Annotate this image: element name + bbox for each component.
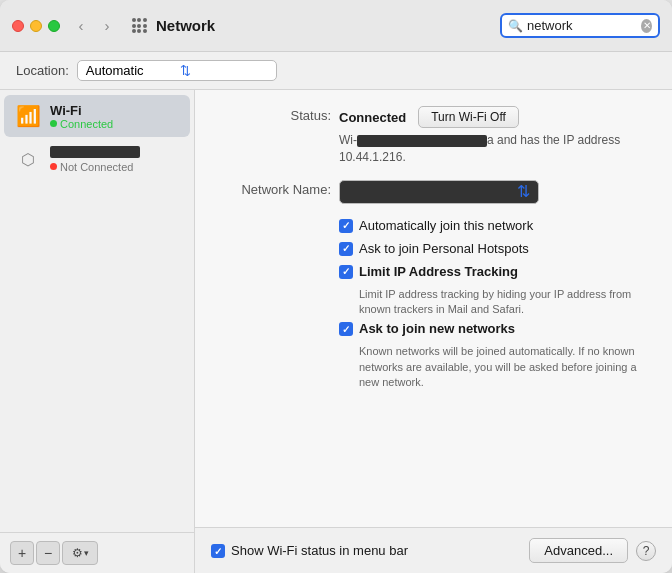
sidebar: 📶 Wi-Fi Connected ⬡ (0, 90, 195, 573)
personal-hotspot-row: ✓ Ask to join Personal Hotspots (339, 241, 648, 256)
wifi-status-dot (50, 120, 57, 127)
detail-footer: ✓ Show Wi-Fi status in menu bar Advanced… (195, 527, 672, 573)
ask-new-row: ✓ Ask to join new networks (339, 321, 648, 336)
network-name-label: Network Name: (219, 182, 339, 197)
show-wifi-checkbox[interactable]: ✓ (211, 544, 225, 558)
content-area: Status: Connected Turn Wi-Fi Off Wi-a an… (195, 90, 672, 573)
sidebar-footer: + − ⚙ ▾ (0, 532, 194, 573)
ask-new-checkbox[interactable]: ✓ (339, 322, 353, 336)
back-button[interactable]: ‹ (70, 15, 92, 37)
sidebar-item-wifi[interactable]: 📶 Wi-Fi Connected (4, 95, 190, 137)
auto-join-checkbox[interactable]: ✓ (339, 219, 353, 233)
fullscreen-button[interactable] (48, 20, 60, 32)
detail-pane: Status: Connected Turn Wi-Fi Off Wi-a an… (195, 90, 672, 527)
limit-ip-checkbox[interactable]: ✓ (339, 265, 353, 279)
titlebar: ‹ › Network 🔍 ✕ (0, 0, 672, 52)
vpn-item-status: Not Connected (50, 161, 140, 173)
network-name-arrows-icon: ⇅ (517, 182, 530, 201)
wifi-item-status: Connected (50, 118, 113, 130)
window-title: Network (156, 17, 488, 34)
window: ‹ › Network 🔍 ✕ Location: Automatic ⇅ (0, 0, 672, 573)
wifi-item-name: Wi-Fi (50, 103, 113, 118)
auto-join-checkmark: ✓ (342, 220, 350, 231)
limit-ip-checkmark: ✓ (342, 266, 350, 277)
show-wifi-label: Show Wi-Fi status in menu bar (231, 543, 408, 558)
remove-network-button[interactable]: − (36, 541, 60, 565)
sidebar-list: 📶 Wi-Fi Connected ⬡ (0, 90, 194, 532)
vpn-item-name-redacted (50, 146, 140, 158)
auto-join-label: Automatically join this network (359, 218, 533, 233)
personal-hotspot-checkbox[interactable]: ✓ (339, 242, 353, 256)
limit-ip-sublabel: Limit IP address tracking by hiding your… (359, 287, 648, 318)
close-button[interactable] (12, 20, 24, 32)
gear-dropdown-button[interactable]: ⚙ ▾ (62, 541, 98, 565)
turn-off-wifi-button[interactable]: Turn Wi-Fi Off (418, 106, 519, 128)
ask-new-checkmark: ✓ (342, 324, 350, 335)
show-wifi-container: ✓ Show Wi-Fi status in menu bar (211, 543, 408, 558)
ask-new-container: ✓ Ask to join new networks Known network… (339, 321, 648, 390)
search-clear-button[interactable]: ✕ (641, 19, 652, 33)
location-bar: Location: Automatic ⇅ (0, 52, 672, 90)
vpn-status-dot (50, 163, 57, 170)
minimize-button[interactable] (30, 20, 42, 32)
gear-chevron-icon: ▾ (84, 548, 89, 558)
main-content: 📶 Wi-Fi Connected ⬡ (0, 90, 672, 573)
limit-ip-container: ✓ Limit IP Address Tracking Limit IP add… (339, 264, 648, 318)
grid-icon (132, 18, 147, 33)
nav-buttons: ‹ › (70, 15, 118, 37)
ask-new-sublabel: Known networks will be joined automatica… (359, 344, 648, 390)
wifi-icon: 📶 (14, 102, 42, 130)
limit-ip-label: Limit IP Address Tracking (359, 264, 518, 279)
sidebar-item-vpn[interactable]: ⬡ Not Connected (4, 138, 190, 180)
add-network-button[interactable]: + (10, 541, 34, 565)
personal-hotspot-checkmark: ✓ (342, 243, 350, 254)
status-label: Status: (219, 108, 339, 123)
location-select[interactable]: Automatic ⇅ (77, 60, 277, 81)
search-box: 🔍 ✕ (500, 13, 660, 38)
ask-new-label: Ask to join new networks (359, 321, 515, 336)
forward-button[interactable]: › (96, 15, 118, 37)
wifi-description: Wi-a and has the IP address 10.44.1.216. (339, 132, 648, 166)
status-connected-text: Connected (339, 110, 406, 125)
search-input[interactable] (527, 18, 637, 33)
traffic-lights (12, 20, 60, 32)
vpn-icon: ⬡ (14, 145, 42, 173)
gear-icon: ⚙ (72, 546, 83, 560)
network-name-row: Network Name: ⇅ (219, 180, 648, 204)
advanced-button[interactable]: Advanced... (529, 538, 628, 563)
show-wifi-checkmark: ✓ (214, 546, 222, 557)
checkboxes-area: ✓ Automatically join this network ✓ Ask … (219, 218, 648, 391)
network-name-field[interactable]: ⇅ (339, 180, 539, 204)
auto-join-row: ✓ Automatically join this network (339, 218, 648, 233)
status-row: Status: Connected Turn Wi-Fi Off Wi-a an… (219, 106, 648, 166)
wifi-name-redacted (357, 135, 487, 147)
limit-ip-row: ✓ Limit IP Address Tracking (339, 264, 648, 279)
network-name-value-area: ⇅ (339, 180, 648, 204)
help-button[interactable]: ? (636, 541, 656, 561)
personal-hotspot-label: Ask to join Personal Hotspots (359, 241, 529, 256)
select-arrows-icon: ⇅ (180, 63, 268, 78)
location-value: Automatic (86, 63, 174, 78)
location-label: Location: (16, 63, 69, 78)
status-value-area: Connected Turn Wi-Fi Off Wi-a and has th… (339, 106, 648, 166)
app-grid-button[interactable] (128, 15, 150, 37)
search-icon: 🔍 (508, 19, 523, 33)
